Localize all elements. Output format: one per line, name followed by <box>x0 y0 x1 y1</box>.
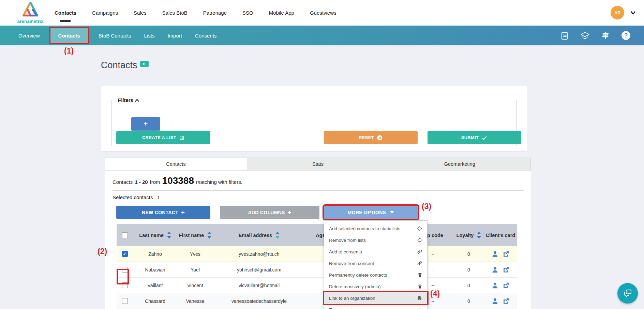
select-all-checkbox[interactable] <box>122 232 128 238</box>
open-contact-icon[interactable] <box>502 297 510 305</box>
contact-profile-icon[interactable] <box>491 250 499 258</box>
subnav-btob-contacts[interactable]: BtoB Contacts <box>95 30 135 41</box>
cell-first-name: Yves <box>177 246 213 262</box>
subnav-lists[interactable]: Lists <box>141 30 158 41</box>
annotation-step-3: (3) <box>422 202 431 211</box>
graduation-cap-icon[interactable] <box>580 30 590 41</box>
row-checkbox[interactable]: ✓ <box>122 251 128 257</box>
clipboard-icon[interactable] <box>559 30 570 41</box>
arenametrix-logo-icon <box>21 1 40 18</box>
sort-loyalty[interactable] <box>477 232 481 239</box>
results-range: 1 - 20 <box>135 179 148 185</box>
contact-profile-icon[interactable] <box>491 297 499 305</box>
cell-loyalty: 0 <box>453 278 484 293</box>
menu-item-remove-from-lists[interactable]: Remove from lists <box>324 234 427 246</box>
video-tutorial-icon[interactable]: ▶ <box>140 61 149 67</box>
contact-profile-icon[interactable] <box>491 282 499 289</box>
menu-item-label: Link to an organization <box>329 296 375 301</box>
signpost-icon[interactable] <box>600 30 611 41</box>
trash-icon <box>417 284 422 289</box>
row-checkbox[interactable] <box>122 298 128 304</box>
add-columns-label: ADD COLUMNS <box>248 210 285 215</box>
menu-item-label: Delete massively (admin) <box>329 284 381 289</box>
open-contact-icon[interactable] <box>502 250 510 258</box>
create-list-label: CREATE A LIST <box>142 135 176 140</box>
sort-last-name[interactable] <box>167 232 171 239</box>
menu-item-export-contacts[interactable]: Export contacts <box>324 304 427 309</box>
brand-name: arenametrix <box>12 19 49 24</box>
results-tail: matching with filters. <box>196 179 242 185</box>
top-header: arenametrix Contacts Campaigns Sales Sal… <box>0 0 644 26</box>
open-contact-icon[interactable] <box>502 282 510 289</box>
subnav-import[interactable]: Import <box>164 30 185 41</box>
subnav-contacts[interactable]: Contacts <box>49 27 89 44</box>
table-row: ✓ Zahno Yves yves.zahno@rts.ch -- 0 <box>117 246 517 262</box>
sort-email[interactable] <box>275 232 280 239</box>
save-icon <box>179 135 184 141</box>
row-checkbox[interactable] <box>122 267 128 273</box>
subnav-icon-bar: ? <box>559 26 631 45</box>
open-contact-icon[interactable] <box>502 266 510 274</box>
annotation-step-4: (4) <box>430 289 440 298</box>
contacts-panel: Contacts 1 - 20 from 103388 matching wit… <box>105 171 531 309</box>
tab-geomarketing[interactable]: Geomarketing <box>389 158 530 170</box>
add-filter-button[interactable]: + <box>131 117 160 131</box>
top-nav-sales-btob[interactable]: Sales BtoB <box>162 6 188 19</box>
target-icon <box>417 226 422 231</box>
top-navigation: Contacts Campaigns Sales Sales BtoB Patr… <box>55 0 336 26</box>
top-nav-mobile-app[interactable]: Mobile App <box>269 6 294 19</box>
subnav-overview[interactable]: Overview <box>15 30 43 41</box>
sub-navigation: Overview Contacts BtoB Contacts Lists Im… <box>0 26 644 45</box>
top-nav-patronage[interactable]: Patronage <box>203 6 227 19</box>
table-row: Nabavian Yael ybhirsch@gmail.com -- 0 <box>117 262 517 278</box>
top-nav-campaigns[interactable]: Campaigns <box>92 6 118 19</box>
x-circle-icon <box>377 135 383 141</box>
cell-email: ybhirsch@gmail.com <box>213 262 305 277</box>
more-options-button[interactable]: MORE OPTIONS <box>324 206 418 219</box>
menu-item-remove-from-consent[interactable]: Remove from consent <box>324 258 427 269</box>
filters-legend[interactable]: Filters <box>115 97 142 103</box>
annotation-step-2: (2) <box>98 247 107 256</box>
chevron-down-icon[interactable] <box>630 10 636 16</box>
chat-widget-button[interactable] <box>617 283 638 304</box>
add-columns-button[interactable]: ADD COLUMNS + <box>220 206 319 219</box>
menu-item-add-to-consents[interactable]: Add to consents <box>324 246 427 258</box>
more-options-menu: Add selected contacts to static lists Re… <box>324 220 428 309</box>
avatar[interactable]: AP <box>611 6 624 19</box>
create-list-button[interactable]: CREATE A LIST <box>116 131 210 144</box>
tab-contacts[interactable]: Contacts <box>105 158 247 170</box>
top-nav-sso[interactable]: SSO <box>242 6 253 19</box>
sort-first-name[interactable] <box>207 232 211 239</box>
new-contact-label: NEW CONTACT <box>142 210 178 215</box>
results-total: 103388 <box>162 175 194 186</box>
plus-icon: + <box>288 209 291 216</box>
top-nav-contacts[interactable]: Contacts <box>55 6 76 19</box>
check-icon <box>481 135 488 141</box>
chevron-up-icon <box>135 98 139 102</box>
menu-item-label: Add selected contacts to static lists <box>329 226 400 231</box>
row-checkbox[interactable] <box>122 282 128 288</box>
tab-stats[interactable]: Stats <box>247 158 389 170</box>
cell-loyalty: 0 <box>453 293 484 309</box>
subnav-consents[interactable]: Consents <box>192 30 220 41</box>
menu-item-delete-massively[interactable]: Delete massively (admin) <box>324 281 427 292</box>
submit-button[interactable]: SUBMIT <box>428 131 521 144</box>
trash-icon <box>417 272 422 278</box>
reset-button[interactable]: RESET <box>324 131 418 144</box>
link-icon <box>417 261 422 266</box>
new-contact-button[interactable]: NEW CONTACT + <box>116 206 210 219</box>
reset-label: RESET <box>359 135 374 140</box>
link-icon <box>417 249 422 254</box>
menu-item-link-to-organization[interactable]: Link to an organization <box>324 292 427 304</box>
chat-bubbles-icon <box>623 288 633 298</box>
menu-item-add-to-static-lists[interactable]: Add selected contacts to static lists <box>324 223 427 234</box>
menu-item-permanently-delete[interactable]: Permanently delete contacts <box>324 269 427 281</box>
top-nav-guestviews[interactable]: Guestviews <box>310 6 336 19</box>
brand-logo[interactable]: arenametrix <box>12 1 49 24</box>
results-mid: from <box>150 179 160 185</box>
contact-profile-icon[interactable] <box>491 266 499 274</box>
cell-last-name: Zahno <box>133 246 177 262</box>
cell-first-name: Vanessa <box>177 293 213 309</box>
help-icon[interactable]: ? <box>621 30 631 41</box>
top-nav-sales[interactable]: Sales <box>134 6 147 19</box>
